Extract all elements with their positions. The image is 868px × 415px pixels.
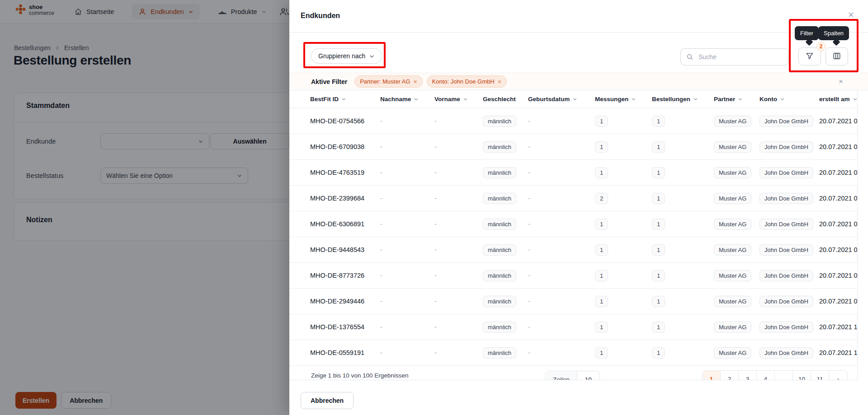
columns-button[interactable]: [826, 47, 848, 65]
table-row[interactable]: MHO-DE-1376554 - - männlich - 1 1 Muster…: [289, 314, 857, 340]
partner-badge: Muster AG: [714, 219, 751, 230]
column-header[interactable]: Geschlecht: [483, 96, 528, 103]
filter-chip[interactable]: Konto: John Doe GmbH ×: [427, 75, 507, 88]
cell-erstellt-am: 20.07.2021 0: [819, 169, 858, 176]
gender-badge: männlich: [483, 219, 516, 230]
orders-badge: 1: [652, 116, 665, 127]
table-row[interactable]: MHO-DE-6709038 - - männlich - 1 1 Muster…: [289, 134, 857, 160]
spalten-tooltip: Spalten: [818, 26, 849, 40]
table-row[interactable]: MHO-DE-2949446 - - männlich - 1 1 Muster…: [289, 289, 857, 314]
cell-vorname: -: [434, 323, 483, 331]
drawer-title: Endkunden: [301, 12, 340, 20]
search-box: [680, 48, 789, 65]
table-row[interactable]: MHO-DE-4763519 - - männlich - 1 1 Muster…: [289, 160, 857, 186]
filter-chip-label: Konto: John Doe GmbH: [432, 78, 495, 85]
column-header[interactable]: Nachname: [380, 96, 434, 103]
cell-geburtsdatum: -: [528, 195, 595, 202]
orders-badge: 1: [652, 270, 665, 281]
measurements-badge: 1: [595, 219, 608, 230]
column-header[interactable]: Geburtsdatum: [528, 96, 595, 103]
columns-icon: [833, 52, 841, 61]
search-input[interactable]: [698, 53, 779, 61]
orders-badge: 1: [652, 296, 665, 307]
orders-badge: 1: [652, 322, 665, 333]
column-header[interactable]: Konto: [760, 96, 819, 103]
cell-vorname: -: [434, 195, 483, 202]
pagination-page-2[interactable]: 2: [721, 371, 739, 380]
partner-badge: Muster AG: [714, 167, 751, 178]
sort-chevron-icon: [463, 97, 468, 102]
cell-vorname: -: [434, 169, 483, 176]
table-row[interactable]: MHO-DE-8773726 - - männlich - 1 1 Muster…: [289, 263, 857, 289]
table-row[interactable]: MHO-DE-0754566 - - männlich - 1 1 Muster…: [289, 108, 857, 134]
cell-vorname: -: [434, 117, 483, 125]
cell-vorname: -: [434, 272, 483, 279]
gender-badge: männlich: [483, 296, 516, 307]
clear-filters-icon[interactable]: ×: [839, 77, 843, 86]
cell-nachname: -: [380, 195, 434, 202]
cell-vorname: -: [434, 220, 483, 228]
orders-badge: 1: [652, 219, 665, 230]
remove-filter-icon[interactable]: ×: [413, 78, 417, 85]
pagination-page-...[interactable]: ...: [775, 371, 793, 380]
rows-per-page-select[interactable]: 10: [577, 371, 599, 380]
pagination-pages: 1234...1011›: [702, 370, 848, 380]
gender-badge: männlich: [483, 244, 516, 256]
pagination-page-11[interactable]: 11: [811, 371, 829, 380]
cell-geburtsdatum: -: [528, 323, 595, 331]
gender-badge: männlich: [483, 193, 516, 204]
pagination-page-10[interactable]: 10: [793, 371, 811, 380]
partner-badge: Muster AG: [714, 193, 751, 204]
filter-chip[interactable]: Partner: Muster AG ×: [354, 75, 422, 88]
pagination-page-1[interactable]: 1: [703, 371, 721, 380]
partner-badge: Muster AG: [714, 296, 751, 307]
measurements-badge: 1: [595, 167, 608, 178]
table-row[interactable]: MHO-DE-9448543 - - männlich - 1 1 Muster…: [289, 237, 857, 263]
column-header[interactable]: erstellt am: [819, 96, 858, 103]
cell-erstellt-am: 20.07.2021 0: [819, 272, 858, 279]
pagination-bar: Zeige 1 bis 10 von 100 Ergebnissen Zeile…: [289, 366, 857, 380]
column-header[interactable]: Vorname: [434, 96, 483, 103]
table-row[interactable]: MHO-DE-2399684 - - männlich - 2 1 Muster…: [289, 186, 857, 211]
cell-erstellt-am: 20.07.2021 0: [819, 143, 858, 150]
column-header[interactable]: Bestellungen: [652, 96, 714, 103]
cell-bestfit-id: MHO-DE-8773726: [310, 272, 380, 279]
table-row[interactable]: MHO-DE-6306891 - - männlich - 1 1 Muster…: [289, 211, 857, 237]
remove-filter-icon[interactable]: ×: [498, 78, 501, 85]
partner-badge: Muster AG: [714, 270, 751, 281]
column-header[interactable]: Partner: [714, 96, 760, 103]
cell-erstellt-am: 20.07.2021 0: [819, 298, 858, 305]
pagination-page-4[interactable]: 4: [757, 371, 775, 380]
partner-badge: Muster AG: [714, 141, 751, 153]
column-header[interactable]: Messungen: [595, 96, 652, 103]
drawer-abbrechen-button[interactable]: Abbrechen: [301, 392, 354, 409]
measurements-badge: 1: [595, 347, 608, 359]
orders-badge: 1: [652, 141, 665, 153]
gender-badge: männlich: [483, 347, 516, 359]
account-badge: John Doe GmbH: [760, 141, 813, 153]
partner-badge: Muster AG: [714, 116, 751, 127]
drawer-header: Endkunden ×: [289, 0, 868, 33]
pagination-page-3[interactable]: 3: [739, 371, 757, 380]
measurements-badge: 1: [595, 296, 608, 307]
cell-bestfit-id: MHO-DE-1376554: [310, 323, 380, 331]
column-header-label: BestFit ID: [310, 96, 339, 103]
rows-per-page-control: Zeilen 10: [545, 371, 600, 380]
cell-bestfit-id: MHO-DE-2399684: [310, 195, 380, 202]
column-header[interactable]: BestFit ID: [310, 96, 380, 103]
cell-erstellt-am: 20.07.2021 0: [819, 246, 858, 253]
table-row[interactable]: MHO-DE-0559191 - - männlich - 1 1 Muster…: [289, 340, 857, 366]
account-badge: John Doe GmbH: [760, 193, 813, 204]
sort-chevron-icon: [631, 97, 636, 102]
cell-geburtsdatum: -: [528, 272, 595, 279]
cell-nachname: -: [380, 143, 434, 150]
pagination-next-button[interactable]: ›: [829, 371, 847, 380]
filter-button[interactable]: [798, 47, 821, 65]
table-header-row: BestFit ID Nachname Vorname Geschlecht G…: [289, 90, 857, 108]
measurements-badge: 2: [595, 193, 608, 204]
group-by-button[interactable]: Gruppieren nach: [311, 48, 382, 64]
account-badge: John Doe GmbH: [760, 219, 813, 230]
close-icon[interactable]: ×: [846, 8, 856, 22]
cell-erstellt-am: 20.07.2021 0: [819, 195, 858, 202]
gender-badge: männlich: [483, 167, 516, 178]
